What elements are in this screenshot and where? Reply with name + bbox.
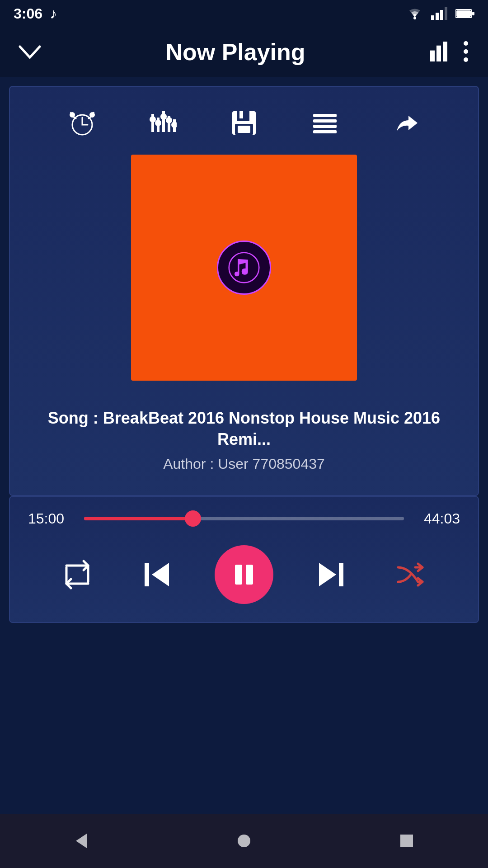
progress-thumb[interactable] bbox=[185, 510, 201, 527]
bar-chart-button[interactable] bbox=[429, 42, 451, 63]
save-button[interactable] bbox=[226, 105, 262, 141]
svg-rect-41 bbox=[145, 563, 149, 586]
svg-point-29 bbox=[166, 117, 172, 123]
song-title: Song : BreakBeat 2016 Nonstop House Musi… bbox=[33, 408, 455, 450]
toolbar bbox=[23, 100, 465, 155]
music-note-icon: ♪ bbox=[50, 5, 57, 22]
equalizer-button[interactable] bbox=[145, 105, 181, 141]
equalizer-icon bbox=[150, 109, 177, 137]
pause-button[interactable] bbox=[215, 545, 273, 604]
current-time: 15:00 bbox=[28, 510, 73, 527]
svg-rect-35 bbox=[238, 126, 250, 133]
svg-point-15 bbox=[464, 57, 468, 62]
svg-rect-1 bbox=[431, 15, 434, 20]
album-icon bbox=[217, 241, 271, 295]
shuffle-button[interactable] bbox=[388, 552, 433, 597]
svg-rect-9 bbox=[436, 46, 441, 61]
playback-controls bbox=[28, 545, 460, 604]
repeat-button[interactable] bbox=[55, 552, 100, 597]
save-icon bbox=[230, 109, 258, 137]
skip-previous-icon bbox=[139, 557, 175, 593]
album-art-container bbox=[23, 155, 465, 381]
recents-button[interactable] bbox=[389, 823, 425, 859]
svg-point-27 bbox=[155, 120, 161, 126]
top-nav: Now Playing bbox=[0, 27, 488, 77]
progress-container: 15:00 44:03 bbox=[28, 510, 460, 527]
svg-point-26 bbox=[150, 116, 156, 123]
status-bar: 3:06 ♪ bbox=[0, 0, 488, 27]
progress-fill bbox=[84, 517, 193, 520]
svg-rect-33 bbox=[239, 111, 243, 118]
svg-rect-39 bbox=[313, 130, 337, 133]
svg-rect-42 bbox=[235, 565, 242, 585]
svg-rect-2 bbox=[436, 13, 439, 20]
svg-rect-43 bbox=[246, 565, 253, 585]
more-vertical-icon bbox=[462, 41, 470, 62]
controls-card: 15:00 44:03 bbox=[9, 496, 479, 623]
back-button[interactable] bbox=[63, 823, 99, 859]
bar-chart-icon bbox=[429, 42, 451, 61]
back-icon bbox=[72, 832, 90, 850]
svg-rect-10 bbox=[443, 42, 447, 61]
song-info: Song : BreakBeat 2016 Nonstop House Musi… bbox=[23, 399, 465, 477]
svg-point-30 bbox=[171, 122, 177, 128]
svg-rect-6 bbox=[456, 10, 471, 17]
svg-rect-44 bbox=[339, 563, 343, 586]
more-options-button[interactable] bbox=[462, 41, 470, 64]
bottom-nav bbox=[0, 814, 488, 868]
progress-track[interactable] bbox=[84, 517, 404, 520]
svg-rect-37 bbox=[313, 119, 337, 123]
page-title: Now Playing bbox=[165, 38, 305, 66]
svg-rect-38 bbox=[313, 125, 337, 128]
share-icon bbox=[392, 109, 419, 137]
alarm-icon bbox=[68, 108, 97, 137]
svg-rect-36 bbox=[313, 114, 337, 117]
song-author: Author : User 770850437 bbox=[33, 456, 455, 472]
list-icon bbox=[311, 109, 338, 137]
music-note-icon bbox=[228, 252, 260, 283]
repeat-icon bbox=[59, 557, 95, 593]
signal-icon bbox=[431, 7, 447, 20]
svg-point-28 bbox=[160, 113, 167, 120]
svg-rect-7 bbox=[472, 12, 474, 15]
status-time: 3:06 bbox=[14, 5, 42, 22]
next-button[interactable] bbox=[308, 552, 353, 597]
playlist-button[interactable] bbox=[307, 105, 343, 141]
svg-point-14 bbox=[464, 49, 468, 54]
album-art bbox=[131, 155, 357, 381]
wifi-icon bbox=[407, 7, 423, 20]
svg-rect-3 bbox=[440, 10, 443, 20]
svg-rect-12 bbox=[436, 45, 441, 47]
svg-point-0 bbox=[413, 17, 416, 19]
svg-point-13 bbox=[464, 41, 468, 46]
pause-icon bbox=[230, 561, 258, 588]
recents-square bbox=[400, 835, 413, 847]
previous-button[interactable] bbox=[135, 552, 180, 597]
svg-rect-4 bbox=[445, 7, 447, 20]
skip-next-icon bbox=[313, 557, 349, 593]
svg-rect-11 bbox=[430, 50, 435, 52]
shuffle-icon bbox=[393, 557, 429, 593]
alarm-button[interactable] bbox=[64, 105, 100, 141]
share-button[interactable] bbox=[388, 105, 424, 141]
main-card: Song : BreakBeat 2016 Nonstop House Musi… bbox=[9, 86, 479, 496]
home-button[interactable] bbox=[226, 823, 262, 859]
home-circle bbox=[238, 835, 250, 847]
total-time: 44:03 bbox=[415, 510, 460, 527]
svg-rect-8 bbox=[430, 51, 435, 61]
svg-point-40 bbox=[229, 253, 259, 283]
chevron-down-button[interactable] bbox=[18, 43, 42, 61]
battery-icon bbox=[455, 8, 474, 19]
